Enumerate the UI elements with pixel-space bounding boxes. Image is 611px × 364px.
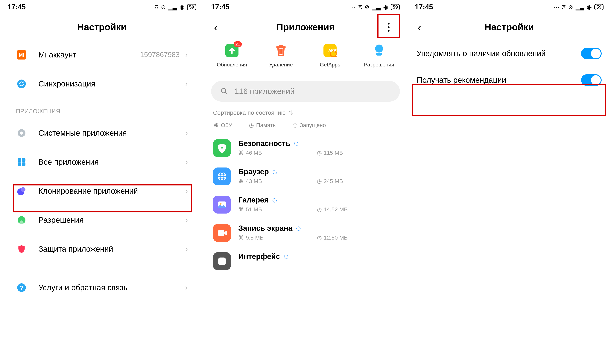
app-name: Запись экрана◌: [238, 224, 398, 233]
sort-control[interactable]: Сортировка по состоянию ⇅: [204, 109, 407, 122]
app-item[interactable]: Запись экрана◌ ⌘9,5 МБ◷12,50 МБ: [211, 219, 400, 247]
chevron-right-icon: ›: [185, 79, 188, 88]
svg-text:MI: MI: [19, 52, 24, 58]
dots-icon: ⋯: [350, 4, 356, 10]
svg-rect-5: [18, 158, 21, 162]
app-icon: [213, 168, 231, 185]
screen-app-settings: 17:45 ⋯ ⚻ ⊘ ▁▃ ◉ 59 ‹ Настройки Уведомля…: [407, 0, 611, 364]
page-title: Настройки: [77, 22, 127, 33]
toggle-label: Получать рекомендации: [417, 75, 573, 86]
svg-point-25: [220, 203, 221, 205]
search-placeholder: 116 приложений: [234, 87, 295, 96]
app-item[interactable]: Безопасность◌ ⌘46 МБ◷115 МБ: [211, 134, 400, 162]
status-icons: ⋯ ⚻ ⊘ ▁▃ ◉ 59: [554, 4, 603, 10]
clock-icon: ◷: [317, 234, 322, 241]
status-bar: 17:45 ⚻ ⊘ ▁▃ ◉ 59: [0, 0, 204, 14]
shortcut-updates[interactable]: 21 Обновления: [208, 44, 257, 68]
signal-icon: ▁▃: [168, 4, 177, 10]
app-meta: Безопасность◌ ⌘46 МБ◷115 МБ: [238, 139, 398, 156]
toggle-notify-updates[interactable]: Уведомлять о наличии обновлений: [407, 40, 611, 67]
row-value: 1597867983: [140, 51, 180, 59]
spinner-icon: ◌: [293, 122, 298, 128]
permissions-icon: [373, 44, 386, 57]
svg-point-19: [375, 45, 383, 52]
shortcut-getapps[interactable]: APPS GetApps: [306, 44, 354, 68]
help-icon: ?: [16, 282, 27, 293]
app-name: Галерея◌: [238, 196, 398, 204]
shortcuts-row: 21 Обновления Удаление APPS GetApps Разр…: [204, 40, 407, 75]
row-support[interactable]: ? Услуги и обратная связь ›: [0, 273, 204, 302]
app-name: Интерфейс◌: [238, 252, 398, 261]
signal-icon: ▁▃: [576, 4, 584, 10]
app-item[interactable]: Галерея◌ ⌘51 МБ◷14,52 МБ: [211, 191, 400, 219]
more-menu-button[interactable]: [380, 18, 397, 37]
loading-spinner-icon: ◌: [273, 169, 277, 175]
chip-icon: ⌘: [238, 234, 244, 241]
svg-point-4: [20, 131, 23, 135]
search-input[interactable]: 116 приложений: [211, 81, 400, 102]
app-stats: ⌘51 МБ◷14,52 МБ: [238, 206, 398, 213]
app-item[interactable]: Браузер◌ ⌘43 МБ◷245 МБ: [211, 162, 400, 191]
mi-logo-icon: MI: [16, 49, 27, 60]
appbar: ‹ Приложения: [204, 14, 407, 40]
shortcut-permissions[interactable]: Разрешения: [354, 44, 403, 68]
grid-icon: [16, 156, 27, 168]
svg-point-10: [21, 187, 26, 192]
row-sync[interactable]: Синхронизация ›: [0, 69, 204, 98]
svg-point-2: [17, 79, 26, 88]
clock-icon: ◷: [249, 122, 254, 128]
getapps-icon: APPS: [324, 44, 337, 57]
chevron-right-icon: ›: [185, 129, 188, 137]
gear-icon: [16, 128, 27, 139]
status-time: 17:45: [415, 3, 433, 11]
divider: [211, 77, 400, 77]
row-permissions[interactable]: Разрешения ›: [0, 206, 204, 234]
row-app-protection[interactable]: Защита приложений ›: [0, 234, 204, 263]
app-list: Безопасность◌ ⌘46 МБ◷115 МБ Браузер◌ ⌘43…: [204, 134, 407, 275]
loading-spinner-icon: ◌: [294, 140, 298, 146]
page-title: Приложения: [276, 22, 335, 33]
sync-icon: [16, 78, 27, 90]
shortcut-uninstall[interactable]: Удаление: [257, 44, 306, 68]
col-storage: ◷Память: [249, 122, 276, 128]
back-button[interactable]: ‹: [418, 21, 421, 34]
loading-spinner-icon: ◌: [272, 197, 277, 203]
row-label: Все приложения: [38, 157, 185, 167]
svg-rect-6: [22, 158, 26, 162]
row-clone-apps[interactable]: Клонирование приложений ›: [0, 176, 204, 206]
chip-icon: ⌘: [238, 178, 244, 184]
toggle-switch[interactable]: [581, 48, 602, 59]
app-icon: [213, 224, 231, 242]
battery-icon: 59: [594, 4, 603, 10]
shortcut-label: GetApps: [320, 62, 340, 68]
row-mi-account[interactable]: MI Mi аккаунт 1597867983 ›: [0, 40, 204, 69]
app-ram: ⌘9,5 МБ: [238, 234, 317, 241]
divider: [16, 271, 188, 271]
chevron-right-icon: ›: [185, 216, 188, 224]
chevron-right-icon: ›: [185, 283, 188, 292]
app-ram: ⌘51 МБ: [238, 206, 317, 213]
row-label: Разрешения: [38, 216, 185, 225]
dots-icon: ⋯: [554, 4, 559, 10]
app-storage: ◷14,52 МБ: [317, 206, 396, 213]
app-name: Безопасность◌: [238, 139, 398, 148]
row-all-apps[interactable]: Все приложения ›: [0, 147, 204, 176]
toggle-switch[interactable]: [581, 74, 602, 86]
toggle-recommendations[interactable]: Получать рекомендации: [407, 67, 611, 93]
bluetooth-icon: ⚻: [562, 4, 566, 10]
chip-icon: ⌘: [238, 206, 244, 213]
loading-spinner-icon: ◌: [296, 225, 301, 231]
col-running: ◌Запущено: [293, 122, 326, 128]
app-name: Браузер◌: [238, 168, 398, 176]
sort-icon: ⇅: [288, 109, 294, 116]
dnd-icon: ⊘: [568, 4, 573, 10]
status-time: 17:45: [8, 3, 26, 11]
status-bar: 17:45 ⋯ ⚻ ⊘ ▁▃ ◉ 59: [407, 0, 611, 14]
row-system-apps[interactable]: Системные приложения ›: [0, 118, 204, 147]
chevron-right-icon: ›: [185, 51, 188, 59]
row-label: Синхронизация: [38, 79, 185, 88]
app-item[interactable]: Интерфейс◌: [211, 247, 400, 275]
back-button[interactable]: ‹: [214, 21, 218, 34]
clock-icon: ◷: [317, 206, 322, 213]
clone-icon: [16, 185, 27, 197]
